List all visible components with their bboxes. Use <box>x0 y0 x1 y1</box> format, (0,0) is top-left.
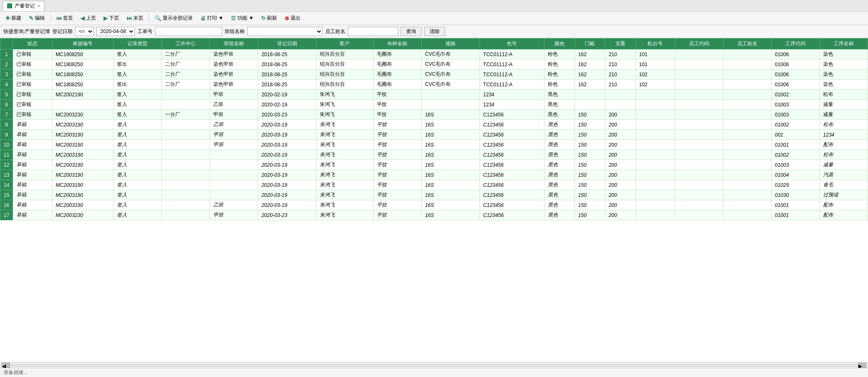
cell-width[interactable]: 162 <box>575 49 605 59</box>
cell-weight[interactable]: 200 <box>605 180 636 190</box>
cell-procName[interactable]: 减量 <box>819 160 868 170</box>
cell-customer[interactable]: 朱鸿飞 <box>316 180 373 190</box>
cell-machine[interactable] <box>635 130 675 140</box>
cell-status[interactable]: 已审核 <box>13 49 52 59</box>
cell-team[interactable]: 甲班 <box>210 110 258 120</box>
col-color[interactable]: 颜色 <box>544 39 575 49</box>
cell-spec[interactable]: 16S <box>422 110 480 120</box>
cell-width[interactable]: 150 <box>575 110 605 120</box>
cell-docNo[interactable]: MC1808250 <box>52 80 113 90</box>
cell-width[interactable]: 162 <box>575 59 605 70</box>
table-row[interactable]: 1已审核MC1808250签入二分厂染色甲班2018-08-25绍兴百分百毛圈布… <box>0 49 868 59</box>
cell-status[interactable]: 草稿 <box>13 200 52 210</box>
cell-weight[interactable]: 200 <box>605 140 636 150</box>
cell-fabric[interactable]: 平纹 <box>373 120 422 130</box>
cell-date[interactable]: 2020-03-19 <box>258 180 316 190</box>
cell-machine[interactable] <box>635 110 675 120</box>
cell-procName[interactable]: 染色 <box>819 59 868 70</box>
cell-empName[interactable] <box>723 180 771 190</box>
cell-width[interactable]: 150 <box>575 120 605 130</box>
cell-customer[interactable]: 朱鸿飞 <box>316 150 373 160</box>
cell-docNo[interactable]: MC2003190 <box>52 180 113 190</box>
cell-color[interactable]: 黑色 <box>544 100 575 110</box>
col-date[interactable]: 登记日期 <box>258 39 316 49</box>
cell-fabric[interactable]: 平纹 <box>373 150 422 160</box>
table-row[interactable]: 13草稿MC2003190签入2020-03-19朱鸿飞平纹16SC123456… <box>0 170 868 180</box>
cell-spec[interactable]: CVC毛巾布 <box>422 49 480 59</box>
cell-date[interactable]: 2020-02-19 <box>258 100 316 110</box>
cell-machine[interactable] <box>635 210 675 220</box>
cell-procName[interactable]: 配布 <box>819 140 868 150</box>
cell-fabric[interactable]: 平纹 <box>373 110 422 120</box>
cell-type[interactable]: 签入 <box>113 70 161 80</box>
cell-status[interactable]: 草稿 <box>13 190 52 200</box>
cell-procCode[interactable]: 01001 <box>771 140 819 150</box>
cell-spec[interactable]: CVC毛巾布 <box>422 59 480 70</box>
cell-customer[interactable]: 朱鸿飞 <box>316 160 373 170</box>
cell-weight[interactable]: 200 <box>605 210 636 220</box>
cell-width[interactable]: 162 <box>575 70 605 80</box>
cell-empName[interactable] <box>723 150 771 160</box>
col-machine[interactable]: 机台号 <box>635 39 675 49</box>
cell-docNo[interactable]: MC1808250 <box>52 70 113 80</box>
cell-machine[interactable] <box>635 150 675 160</box>
cell-weight[interactable] <box>605 90 636 100</box>
col-spec[interactable]: 规格 <box>422 39 480 49</box>
cell-colorNo[interactable]: TCC01112-A <box>479 70 544 80</box>
cell-customer[interactable]: 朱鸿飞 <box>316 200 373 210</box>
cell-status[interactable]: 已审核 <box>13 80 52 90</box>
cell-team[interactable]: 染色甲班 <box>210 70 258 80</box>
cell-procCode[interactable]: 01003 <box>771 110 819 120</box>
edit-button[interactable]: ✎ 编辑 <box>26 13 48 23</box>
cell-procCode[interactable]: 01001 <box>771 200 819 210</box>
cell-empCode[interactable] <box>675 49 723 59</box>
cell-empCode[interactable] <box>675 70 723 80</box>
cell-status[interactable]: 草稿 <box>13 180 52 190</box>
cell-procCode[interactable]: 01003 <box>771 160 819 170</box>
table-row[interactable]: 14草稿MC2003190签入2020-03-19朱鸿飞平纹16SC123456… <box>0 180 868 190</box>
cell-center[interactable] <box>161 120 210 130</box>
cell-center[interactable]: 二分厂 <box>161 49 210 59</box>
scroll-track[interactable] <box>11 364 857 367</box>
cell-team[interactable] <box>210 160 258 170</box>
cell-weight[interactable]: 200 <box>605 190 636 200</box>
tab-close-button[interactable]: × <box>37 3 40 8</box>
cell-team[interactable]: 甲班 <box>210 130 258 140</box>
cell-type[interactable]: 签入 <box>113 110 161 120</box>
cell-center[interactable]: 二分厂 <box>161 80 210 90</box>
cell-color[interactable]: 黑色 <box>544 150 575 160</box>
table-row[interactable]: 3已审核MC1808250签入二分厂染色甲班2018-08-25绍兴百分百毛圈布… <box>0 70 868 80</box>
cell-width[interactable]: 150 <box>575 180 605 190</box>
cell-status[interactable]: 已审核 <box>13 100 52 110</box>
cell-machine[interactable]: 101 <box>635 59 675 70</box>
cell-empCode[interactable] <box>675 100 723 110</box>
cell-procName[interactable]: 松布 <box>819 150 868 160</box>
cell-status[interactable]: 草稿 <box>13 170 52 180</box>
cell-fabric[interactable]: 平纹 <box>373 210 422 220</box>
cell-fabric[interactable]: 平纹 <box>373 100 422 110</box>
cell-spec[interactable]: 16S <box>422 150 480 160</box>
cell-empName[interactable] <box>723 110 771 120</box>
cell-machine[interactable] <box>635 140 675 150</box>
cell-empCode[interactable] <box>675 59 723 70</box>
table-row[interactable]: 6已审核签入乙班2020-02-19朱鸿飞平纹1234黑色01003减量 <box>0 100 868 110</box>
cell-weight[interactable]: 200 <box>605 130 636 140</box>
cell-empCode[interactable] <box>675 140 723 150</box>
cell-procName[interactable]: 配布 <box>819 200 868 210</box>
cell-empName[interactable] <box>723 130 771 140</box>
team-select[interactable] <box>247 27 323 36</box>
cell-date[interactable]: 2020-02-19 <box>258 90 316 100</box>
cell-machine[interactable] <box>635 180 675 190</box>
cell-spec[interactable]: 16S <box>422 160 480 170</box>
cell-procCode[interactable]: 01029 <box>771 180 819 190</box>
cell-team[interactable] <box>210 180 258 190</box>
cell-procCode[interactable]: 01002 <box>771 90 819 100</box>
print-button[interactable]: 🖨 打印 ▼ <box>197 13 226 23</box>
horizontal-scroll-bar[interactable]: ◀ ▶ <box>0 362 868 368</box>
cell-colorNo[interactable]: C123456 <box>479 190 544 200</box>
cell-width[interactable] <box>575 100 605 110</box>
cell-docNo[interactable]: MC1808250 <box>52 49 113 59</box>
cell-procCode[interactable]: 01002 <box>771 150 819 160</box>
cell-color[interactable]: 黑色 <box>544 190 575 200</box>
cell-team[interactable]: 甲班 <box>210 140 258 150</box>
